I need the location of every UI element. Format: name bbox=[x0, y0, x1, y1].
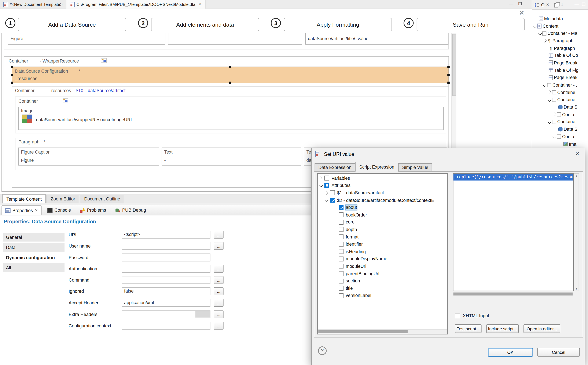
save-and-run-button[interactable]: Save and Run bbox=[417, 18, 525, 31]
minimize-icon[interactable]: — bbox=[509, 1, 514, 6]
configuration-context-browse-button[interactable]: ... bbox=[214, 322, 224, 330]
apply-formatting-button[interactable]: Apply Formatting bbox=[284, 18, 392, 31]
close-tab-icon[interactable]: ✕ bbox=[35, 208, 38, 212]
tree-item-moduleurl[interactable]: moduleUrl bbox=[318, 263, 447, 270]
tab-simple-value[interactable]: Simple Value bbox=[399, 163, 432, 171]
resize-handle[interactable] bbox=[447, 74, 450, 76]
chevron-down-icon[interactable] bbox=[548, 98, 552, 102]
scrollbar-thumb[interactable] bbox=[452, 34, 456, 96]
checkbox-unchecked[interactable] bbox=[330, 190, 335, 195]
clipped-figure-container-box[interactable]: Figure - dataSource/artifact/title/_valu… bbox=[4, 33, 449, 49]
dialog-title-bar[interactable]: Set URI value ✕ bbox=[312, 148, 585, 160]
binding-link[interactable]: dataSource/artifact bbox=[88, 88, 126, 93]
tree-item-attributes[interactable]: Attributes bbox=[318, 182, 447, 189]
tab-problems[interactable]: Problems bbox=[77, 205, 109, 215]
tab-script-expression[interactable]: Script Expression bbox=[355, 162, 399, 171]
checkbox-unchecked[interactable] bbox=[339, 271, 343, 276]
checkbox-unchecked[interactable] bbox=[339, 264, 343, 269]
checkbox-unchecked[interactable] bbox=[339, 249, 343, 254]
data-source-configuration-box[interactable]: Data Source Configuration * _resources bbox=[12, 67, 449, 83]
uri-browse-button[interactable]: ... bbox=[214, 231, 224, 239]
outline-item-table-of-contents[interactable]: Table Of Co bbox=[532, 52, 588, 59]
script-horizontal-scrollbar[interactable] bbox=[453, 292, 579, 296]
outline-item-container[interactable]: Container - . bbox=[532, 81, 588, 89]
resize-handle[interactable] bbox=[11, 74, 13, 76]
close-view-icon[interactable]: ✕ bbox=[546, 2, 549, 7]
chevron-right-icon[interactable] bbox=[325, 191, 328, 195]
add-data-source-button[interactable]: Add a Data Source bbox=[18, 18, 126, 31]
command-field[interactable] bbox=[122, 276, 210, 284]
restore-icon[interactable]: ❐ bbox=[582, 2, 585, 7]
checkbox-unchecked[interactable] bbox=[339, 212, 343, 217]
figure-caption-box[interactable]: Figure bbox=[8, 33, 165, 45]
checkbox-unchecked[interactable] bbox=[339, 220, 343, 225]
text-element-box[interactable]: Text - bbox=[162, 148, 301, 166]
tree-item-section[interactable]: section bbox=[318, 277, 447, 285]
chevron-right-icon[interactable] bbox=[543, 39, 547, 43]
tab-new-document-template[interactable]: *<New Document Template> bbox=[0, 0, 66, 9]
user-name-browse-button[interactable]: ... bbox=[214, 242, 224, 250]
outline-item-content[interactable]: Content bbox=[532, 22, 588, 30]
category-general[interactable]: General bbox=[3, 233, 65, 242]
checkbox-unchecked[interactable] bbox=[339, 256, 343, 261]
checkbox-unchecked[interactable] bbox=[339, 293, 343, 298]
ok-button[interactable]: OK bbox=[488, 348, 533, 357]
outline-item-metadata[interactable]: Metadata bbox=[532, 15, 588, 22]
tree-item-identifier[interactable]: identifier bbox=[318, 241, 447, 248]
tree-item-core[interactable]: core bbox=[318, 219, 447, 226]
outline-item-page-break[interactable]: Page Break bbox=[532, 59, 588, 67]
category-data[interactable]: Data bbox=[3, 243, 65, 252]
tree-item-bookorder[interactable]: bookOrder bbox=[318, 211, 447, 219]
ignored-browse-button[interactable]: ... bbox=[214, 287, 224, 295]
outline-item-paragraph[interactable]: ¶Paragraph bbox=[532, 45, 588, 52]
calculated-value-icon[interactable] bbox=[101, 58, 107, 63]
restore-icon[interactable]: ❐ bbox=[518, 1, 522, 6]
figure-value-box[interactable]: - bbox=[168, 33, 302, 45]
tab-console[interactable]: Console bbox=[44, 205, 74, 215]
category-dynamic-configuration[interactable]: Dynamic configuration bbox=[3, 253, 65, 262]
image-thumbnail-icon[interactable] bbox=[22, 115, 32, 123]
tree-item-versionlabel[interactable]: versionLabel bbox=[318, 292, 447, 299]
outline-item-image[interactable]: Ima bbox=[532, 140, 588, 148]
open-in-editor-button[interactable]: Open in editor... bbox=[523, 324, 560, 333]
tree-item-variable-1[interactable]: $1 - dataSource/artifact bbox=[318, 189, 447, 197]
scroll-down-icon[interactable]: ▼ bbox=[575, 287, 578, 290]
outline-item-data-source[interactable]: Data S bbox=[532, 104, 588, 111]
tree-item-moduledisplayname[interactable]: moduleDisplayName bbox=[318, 255, 447, 263]
tree-item-parentbindingurl[interactable]: parentBindingUrl bbox=[318, 270, 447, 277]
extra-headers-field[interactable] bbox=[122, 310, 210, 318]
scrollbar-thumb[interactable] bbox=[453, 293, 573, 295]
checkbox-unchecked[interactable] bbox=[339, 286, 343, 291]
extra-headers-browse-button[interactable]: ... bbox=[214, 310, 224, 318]
outline-item-page-break[interactable]: Page Break bbox=[532, 74, 588, 81]
user-name-field[interactable] bbox=[122, 242, 210, 250]
xhtml-input-checkbox[interactable] bbox=[455, 313, 460, 318]
close-dialog-icon[interactable]: ✕ bbox=[575, 151, 579, 157]
command-browse-button[interactable]: ... bbox=[214, 276, 224, 284]
figure-caption-element-box[interactable]: Figure Caption Figure bbox=[18, 148, 159, 166]
resize-handle[interactable] bbox=[229, 82, 231, 84]
add-elements-button[interactable]: Add elements and data bbox=[151, 18, 259, 31]
help-icon[interactable]: ? bbox=[318, 346, 327, 355]
tree-horizontal-scrollbar[interactable] bbox=[318, 329, 447, 334]
tree-item-depth[interactable]: depth bbox=[318, 226, 447, 233]
scroll-up-icon[interactable]: ▲ bbox=[575, 175, 578, 177]
inner-container-box[interactable]: Container Image dataSource/artifact/wrap… bbox=[15, 97, 446, 133]
figure-binding-box[interactable]: dataSource/artifact/title/_value bbox=[305, 33, 448, 45]
script-editor[interactable]: .replace("/resources/","/publish/resourc… bbox=[453, 173, 574, 291]
checkbox-unchecked[interactable] bbox=[339, 278, 343, 283]
tree-item-about[interactable]: about bbox=[318, 204, 447, 211]
tree-item-variable-2[interactable]: $2 - dataSource/artifact/moduleContext/c… bbox=[318, 197, 447, 204]
cancel-button[interactable]: Cancel bbox=[537, 348, 580, 357]
uri-field[interactable]: <script> bbox=[122, 231, 210, 239]
close-tab-icon[interactable]: ✕ bbox=[198, 2, 202, 7]
outline-item-paragraph[interactable]: ¶Paragraph - bbox=[532, 37, 588, 45]
outline-tab-label[interactable]: O bbox=[541, 2, 544, 7]
resize-handle[interactable] bbox=[11, 66, 13, 68]
chevron-down-icon[interactable] bbox=[548, 120, 552, 124]
outline-item-data-source[interactable]: Data S bbox=[532, 126, 588, 133]
tab-zoom-editor[interactable]: Zoom Editor bbox=[47, 195, 79, 203]
view-stack-icon[interactable] bbox=[554, 2, 560, 7]
checkbox-unchecked[interactable] bbox=[339, 242, 343, 247]
resize-handle[interactable] bbox=[229, 66, 231, 68]
